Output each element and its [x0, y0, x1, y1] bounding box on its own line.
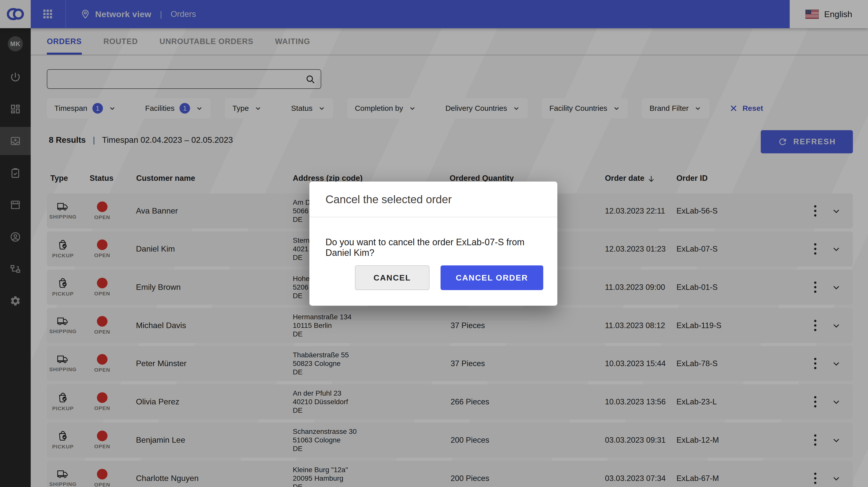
dialog-message: Do you want to cancel the order ExLab-07… — [309, 217, 557, 258]
dialog-actions: CANCEL CANCEL ORDER — [309, 266, 557, 290]
cancel-button[interactable]: CANCEL — [355, 266, 430, 290]
dialog-title: Cancel the selected order — [309, 182, 557, 206]
cancel-order-dialog: Cancel the selected order Do you want to… — [309, 182, 557, 306]
cancel-order-button[interactable]: CANCEL ORDER — [440, 266, 543, 290]
